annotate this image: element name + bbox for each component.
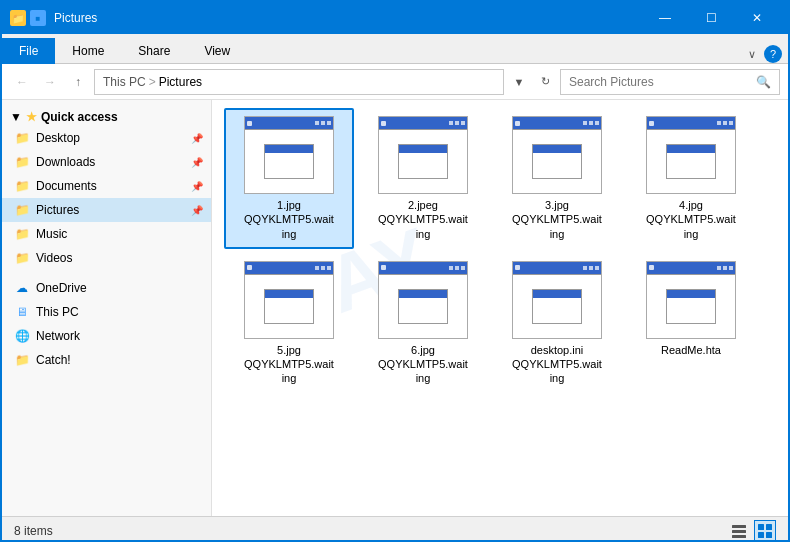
sidebar: ▼ ★ Quick access 📁 Desktop 📌 📁 Downloads…	[2, 100, 212, 516]
sidebar-item-music[interactable]: 📁 Music	[2, 222, 211, 246]
file-icon-7	[512, 261, 602, 339]
sidebar-item-thispc[interactable]: 🖥 This PC	[2, 300, 211, 324]
refresh-button[interactable]: ↻	[534, 69, 556, 95]
file-icon-3	[512, 116, 602, 194]
pin-icon-downloads: 📌	[191, 157, 203, 168]
sidebar-item-documents[interactable]: 📁 Documents 📌	[2, 174, 211, 198]
svg-rect-5	[758, 532, 764, 538]
file-item-1[interactable]: 1.jpgQQYKLMTP5.waiting	[224, 108, 354, 249]
search-icon: 🔍	[756, 75, 771, 89]
address-box[interactable]: This PC > Pictures	[94, 69, 504, 95]
quick-access-header[interactable]: ▼ ★ Quick access	[2, 106, 211, 126]
address-dropdown[interactable]: ▼	[508, 69, 530, 95]
catch-icon: 📁	[14, 352, 30, 368]
sidebar-label-music: Music	[36, 227, 203, 241]
quick-access-label: Quick access	[41, 110, 118, 124]
file-icon-1	[244, 116, 334, 194]
file-label-2: 2.jpegQQYKLMTP5.waiting	[378, 198, 468, 241]
ribbon-chevron[interactable]: ∨	[744, 46, 760, 63]
sidebar-label-network: Network	[36, 329, 203, 343]
file-item-7[interactable]: desktop.iniQQYKLMTP5.waiting	[492, 253, 622, 394]
window-controls: — ☐ ✕	[642, 2, 780, 34]
up-button[interactable]: ↑	[66, 70, 90, 94]
tab-view[interactable]: View	[187, 38, 247, 64]
breadcrumb-pictures[interactable]: Pictures	[159, 75, 202, 89]
minimize-button[interactable]: —	[642, 2, 688, 34]
grid-view-button[interactable]	[754, 520, 776, 542]
address-bar: ← → ↑ This PC > Pictures ▼ ↻ 🔍	[2, 64, 788, 100]
svg-rect-3	[758, 524, 764, 530]
svg-rect-2	[732, 535, 746, 538]
pin-icon-pictures: 📌	[191, 205, 203, 216]
file-icon-2	[378, 116, 468, 194]
sidebar-item-network[interactable]: 🌐 Network	[2, 324, 211, 348]
ribbon-help[interactable]: ?	[764, 45, 782, 63]
tab-home[interactable]: Home	[55, 38, 121, 64]
title-bar-icons: 📁 ■	[10, 10, 46, 26]
network-icon: 🌐	[14, 328, 30, 344]
breadcrumb-thispc[interactable]: This PC	[103, 75, 146, 89]
list-view-button[interactable]	[728, 520, 750, 542]
item-count: 8 items	[14, 524, 53, 538]
sidebar-item-pictures[interactable]: 📁 Pictures 📌	[2, 198, 211, 222]
chevron-right-icon: ▼	[10, 110, 22, 124]
sidebar-item-catch[interactable]: 📁 Catch!	[2, 348, 211, 372]
win-dot	[247, 121, 252, 126]
folder-icon-documents: 📁	[14, 178, 30, 194]
sidebar-item-onedrive[interactable]: ☁ OneDrive	[2, 276, 211, 300]
file-label-5: 5.jpgQQYKLMTP5.waiting	[244, 343, 334, 386]
status-bar: 8 items	[2, 516, 788, 542]
file-icon-6	[378, 261, 468, 339]
sidebar-item-desktop[interactable]: 📁 Desktop 📌	[2, 126, 211, 150]
ribbon-right: ∨ ?	[744, 45, 788, 63]
svg-rect-6	[766, 532, 772, 538]
folder-icon-videos: 📁	[14, 250, 30, 266]
file-icon-8	[646, 261, 736, 339]
file-icon-4	[646, 116, 736, 194]
sidebar-label-videos: Videos	[36, 251, 203, 265]
search-box[interactable]: 🔍	[560, 69, 780, 95]
file-item-4[interactable]: 4.jpgQQYKLMTP5.waiting	[626, 108, 756, 249]
file-label-4: 4.jpgQQYKLMTP5.waiting	[646, 198, 736, 241]
window-title: Pictures	[54, 11, 642, 25]
sidebar-item-downloads[interactable]: 📁 Downloads 📌	[2, 150, 211, 174]
onedrive-icon: ☁	[14, 280, 30, 296]
file-label-1: 1.jpgQQYKLMTP5.waiting	[244, 198, 334, 241]
tab-share[interactable]: Share	[121, 38, 187, 64]
sidebar-label-documents: Documents	[36, 179, 185, 193]
file-item-6[interactable]: 6.jpgQQYKLMTP5.waiting	[358, 253, 488, 394]
sidebar-label-downloads: Downloads	[36, 155, 185, 169]
file-item-3[interactable]: 3.jpgQQYKLMTP5.waiting	[492, 108, 622, 249]
file-label-7: desktop.iniQQYKLMTP5.waiting	[512, 343, 602, 386]
folder-icon-music: 📁	[14, 226, 30, 242]
win-body-1	[245, 129, 333, 193]
svg-rect-0	[732, 525, 746, 528]
file-label-6: 6.jpgQQYKLMTP5.waiting	[378, 343, 468, 386]
sidebar-label-pictures: Pictures	[36, 203, 185, 217]
ribbon-tabs: File Home Share View ∨ ?	[2, 34, 788, 64]
app-icon-blue: ■	[30, 10, 46, 26]
svg-rect-4	[766, 524, 772, 530]
search-input[interactable]	[569, 75, 756, 89]
pin-icon-desktop: 📌	[191, 133, 203, 144]
sidebar-item-videos[interactable]: 📁 Videos	[2, 246, 211, 270]
forward-button[interactable]: →	[38, 70, 62, 94]
sidebar-label-catch: Catch!	[36, 353, 203, 367]
star-icon: ★	[26, 110, 37, 124]
file-item-8[interactable]: ReadMe.hta	[626, 253, 756, 394]
file-item-2[interactable]: 2.jpegQQYKLMTP5.waiting	[358, 108, 488, 249]
sidebar-label-onedrive: OneDrive	[36, 281, 203, 295]
file-icon-5	[244, 261, 334, 339]
maximize-button[interactable]: ☐	[688, 2, 734, 34]
tab-file[interactable]: File	[2, 38, 55, 64]
sidebar-label-thispc: This PC	[36, 305, 203, 319]
file-item-5[interactable]: 5.jpgQQYKLMTP5.waiting	[224, 253, 354, 394]
file-grid: 1.jpgQQYKLMTP5.waiting 2.jpegQQYKLMTP5.w…	[224, 108, 776, 394]
status-view-controls	[728, 520, 776, 542]
file-label-3: 3.jpgQQYKLMTP5.waiting	[512, 198, 602, 241]
file-label-8: ReadMe.hta	[661, 343, 721, 357]
close-button[interactable]: ✕	[734, 2, 780, 34]
sidebar-label-desktop: Desktop	[36, 131, 185, 145]
win-dots	[315, 121, 331, 125]
back-button[interactable]: ←	[10, 70, 34, 94]
